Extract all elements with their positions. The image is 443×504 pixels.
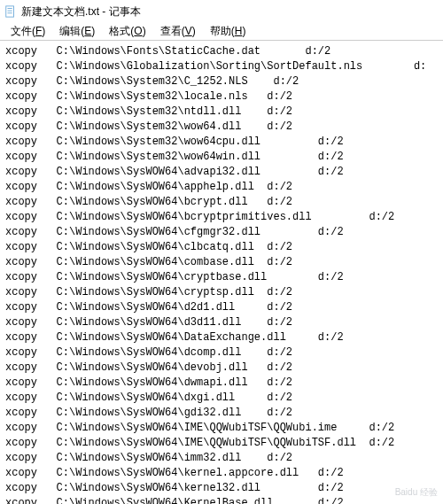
text-line: xcopy C:\Windows\SysWOW64\IME\QQWubiTSF\… xyxy=(5,436,438,451)
text-line: xcopy C:\Windows\SysWOW64\apphelp.dll d:… xyxy=(5,180,438,195)
text-line: xcopy C:\Windows\SysWOW64\dcomp.dll d:/2 xyxy=(5,345,438,361)
text-line: xcopy C:\Windows\System32\wow64.dll d:/2 xyxy=(5,120,438,135)
text-line: xcopy C:\Windows\SysWOW64\bcryptprimitiv… xyxy=(5,210,438,225)
text-line: xcopy C:\Windows\SysWOW64\KernelBase.dll… xyxy=(5,496,438,504)
text-line: xcopy C:\Windows\System32\locale.nls d:/… xyxy=(5,89,438,105)
text-line: xcopy C:\Windows\System32\wow64win.dll d… xyxy=(5,150,438,165)
text-line: xcopy C:\Windows\SysWOW64\cfgmgr32.dll d… xyxy=(5,225,438,240)
text-line: xcopy C:\Windows\SysWOW64\bcrypt.dll d:/… xyxy=(5,195,438,210)
menu-help[interactable]: 帮助(H) xyxy=(203,22,253,41)
text-line: xcopy C:\Windows\SysWOW64\cryptbase.dll … xyxy=(5,270,438,285)
text-line: xcopy C:\Windows\SysWOW64\DataExchange.d… xyxy=(5,330,438,345)
menu-format[interactable]: 格式(O) xyxy=(102,22,152,41)
titlebar: 新建文本文档.txt - 记事本 xyxy=(0,0,443,23)
text-line: xcopy C:\Windows\SysWOW64\d3d11.dll d:/2 xyxy=(5,315,438,330)
svg-rect-0 xyxy=(6,6,14,17)
menu-file[interactable]: 文件(F) xyxy=(4,22,52,41)
text-line: xcopy C:\Windows\SysWOW64\IME\QQWubiTSF\… xyxy=(5,421,438,436)
text-line: xcopy C:\Windows\SysWOW64\clbcatq.dll d:… xyxy=(5,240,438,255)
menubar: 文件(F) 编辑(E) 格式(O) 查看(V) 帮助(H) xyxy=(0,23,443,41)
text-line: xcopy C:\Windows\Fonts\StaticCache.dat d… xyxy=(5,44,438,59)
menu-edit[interactable]: 编辑(E) xyxy=(52,22,102,41)
text-line: xcopy C:\Windows\System32\ntdll.dll d:/2 xyxy=(5,105,438,120)
text-line: xcopy C:\Windows\SysWOW64\devobj.dll d:/… xyxy=(5,361,438,376)
text-line: xcopy C:\Windows\SysWOW64\kernel.appcore… xyxy=(5,466,438,481)
text-line: xcopy C:\Windows\SysWOW64\combase.dll d:… xyxy=(5,255,438,270)
text-line: xcopy C:\Windows\SysWOW64\dwmapi.dll d:/… xyxy=(5,376,438,391)
text-line: xcopy C:\Windows\Globalization\Sorting\S… xyxy=(5,59,438,74)
text-area[interactable]: xcopy C:\Windows\Fonts\StaticCache.dat d… xyxy=(0,41,443,504)
text-line: xcopy C:\Windows\System32\C_1252.NLS d:/… xyxy=(5,74,438,89)
notepad-icon xyxy=(4,4,18,19)
window-title: 新建文本文档.txt - 记事本 xyxy=(21,4,141,19)
text-line: xcopy C:\Windows\System32\wow64cpu.dll d… xyxy=(5,135,438,150)
text-line: xcopy C:\Windows\SysWOW64\dxgi.dll d:/2 xyxy=(5,391,438,406)
text-line: xcopy C:\Windows\SysWOW64\imm32.dll d:/2 xyxy=(5,451,438,466)
text-line: xcopy C:\Windows\SysWOW64\advapi32.dll d… xyxy=(5,165,438,180)
text-line: xcopy C:\Windows\SysWOW64\cryptsp.dll d:… xyxy=(5,285,438,300)
menu-view[interactable]: 查看(V) xyxy=(153,22,203,41)
text-line: xcopy C:\Windows\SysWOW64\kernel32.dll d… xyxy=(5,481,438,496)
text-line: xcopy C:\Windows\SysWOW64\gdi32.dll d:/2 xyxy=(5,406,438,421)
text-line: xcopy C:\Windows\SysWOW64\d2d1.dll d:/2 xyxy=(5,300,438,315)
